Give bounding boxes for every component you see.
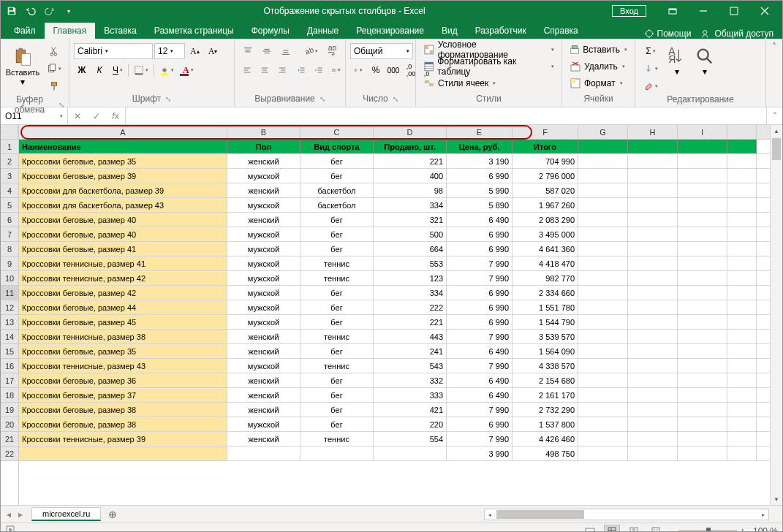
cell[interactable] <box>578 330 628 343</box>
cell[interactable]: 587 020 <box>512 183 578 197</box>
row-header[interactable]: 11 <box>1 286 18 300</box>
cell[interactable]: бег <box>300 344 374 358</box>
cell[interactable] <box>628 432 678 446</box>
clear-icon[interactable]: ▾ <box>640 78 662 94</box>
cell[interactable] <box>678 330 727 343</box>
save-icon[interactable] <box>4 3 20 19</box>
cell[interactable]: Кроссовки беговые, размер 35 <box>19 344 227 358</box>
decrease-indent-icon[interactable] <box>293 62 309 78</box>
cell[interactable] <box>678 213 727 227</box>
cell[interactable]: 4 641 360 <box>512 242 578 256</box>
cell[interactable] <box>678 432 727 446</box>
column-header[interactable]: C <box>300 125 374 139</box>
cell[interactable] <box>578 227 628 241</box>
row-header[interactable]: 15 <box>1 344 18 359</box>
column-header[interactable]: G <box>578 125 628 139</box>
row-header[interactable]: 17 <box>1 373 18 388</box>
column-header[interactable]: E <box>447 125 512 139</box>
cell[interactable]: 1 564 090 <box>512 344 578 358</box>
bold-icon[interactable]: Ж <box>74 62 90 78</box>
cell[interactable] <box>727 140 757 153</box>
hscroll-thumb[interactable] <box>496 510 584 519</box>
cell[interactable]: мужской <box>227 271 300 285</box>
row-header[interactable]: 20 <box>1 417 18 432</box>
cell[interactable] <box>628 446 678 460</box>
cell[interactable]: 5 990 <box>447 183 512 197</box>
font-size-combo[interactable]: 12▾ <box>154 43 185 59</box>
maximize-icon[interactable] <box>719 2 749 20</box>
cell[interactable]: 6 990 <box>447 242 512 256</box>
percent-format-icon[interactable]: % <box>368 62 384 78</box>
align-top-icon[interactable] <box>239 43 257 59</box>
row-header[interactable]: 6 <box>1 213 18 227</box>
cell[interactable]: 982 770 <box>512 271 578 285</box>
cell[interactable]: Кроссовки беговые, размер 40 <box>19 213 227 227</box>
increase-indent-icon[interactable] <box>311 62 327 78</box>
cell[interactable] <box>678 373 727 387</box>
row-header[interactable]: 2 <box>1 154 18 169</box>
row-header[interactable]: 4 <box>1 183 18 198</box>
cell[interactable]: 5 890 <box>447 198 512 212</box>
close-icon[interactable] <box>750 2 779 20</box>
cell[interactable]: 7 990 <box>447 432 512 446</box>
cell[interactable] <box>628 330 678 343</box>
cell[interactable] <box>628 300 678 314</box>
row-header[interactable]: 1 <box>1 140 18 154</box>
cell[interactable]: Кроссовки беговые, размер 42 <box>19 286 227 300</box>
cell[interactable]: женский <box>227 183 300 197</box>
cell[interactable]: 6 490 <box>447 344 512 358</box>
cell[interactable] <box>678 242 727 256</box>
cell[interactable]: баскетбол <box>300 183 374 197</box>
cell[interactable] <box>578 286 628 300</box>
cell[interactable]: Кроссовки беговые, размер 37 <box>19 388 227 402</box>
cell[interactable] <box>727 359 757 373</box>
cell[interactable] <box>678 388 727 402</box>
cell[interactable]: Кроссовки теннисные, размер 38 <box>19 330 227 343</box>
zoom-in-icon[interactable]: + <box>740 525 746 533</box>
cell[interactable]: Кроссовки беговые, размер 38 <box>19 403 227 417</box>
cell[interactable] <box>678 169 727 183</box>
cell[interactable] <box>578 213 628 227</box>
cell[interactable] <box>578 198 628 212</box>
redo-icon[interactable] <box>42 3 58 19</box>
conditional-formatting-button[interactable]: Условное форматирование▾ <box>420 42 557 58</box>
cell[interactable]: женский <box>227 330 300 343</box>
cell[interactable] <box>678 344 727 358</box>
cell[interactable]: 554 <box>374 432 447 446</box>
cell[interactable]: 6 490 <box>447 388 512 402</box>
cell[interactable] <box>727 271 757 285</box>
cell[interactable]: 498 750 <box>512 446 578 460</box>
cell[interactable]: Кроссовки беговые, размер 35 <box>19 154 227 168</box>
row-header[interactable]: 14 <box>1 330 18 344</box>
cell[interactable] <box>678 271 727 285</box>
cell[interactable]: теннис <box>300 432 374 446</box>
cell[interactable]: Кроссовки теннисные, размер 39 <box>19 432 227 446</box>
cell[interactable] <box>628 417 678 431</box>
cell[interactable] <box>628 359 678 373</box>
cell[interactable] <box>628 227 678 241</box>
cell[interactable] <box>578 446 628 460</box>
qat-customize-icon[interactable]: ▾ <box>61 3 77 19</box>
column-header[interactable]: I <box>678 125 727 139</box>
column-header[interactable] <box>727 125 757 139</box>
row-header[interactable]: 21 <box>1 432 18 446</box>
cell[interactable] <box>678 315 727 329</box>
cell[interactable]: теннис <box>300 256 374 270</box>
zoom-level[interactable]: 100 % <box>749 526 778 533</box>
cell[interactable]: мужской <box>227 256 300 270</box>
cell[interactable] <box>628 315 678 329</box>
tab-file[interactable]: Файл <box>5 23 45 39</box>
cell[interactable]: бег <box>300 300 374 314</box>
zoom-slider[interactable] <box>678 530 737 533</box>
tab-developer[interactable]: Разработчик <box>466 23 535 39</box>
cell[interactable] <box>678 198 727 212</box>
merge-center-icon[interactable]: ▾ <box>328 62 344 78</box>
cell[interactable]: 4 426 460 <box>512 432 578 446</box>
minimize-icon[interactable] <box>689 2 718 20</box>
align-left-icon[interactable] <box>239 62 255 78</box>
column-header[interactable]: B <box>227 125 300 139</box>
font-launcher-icon[interactable]: ⤡ <box>165 95 171 103</box>
cell[interactable] <box>678 256 727 270</box>
cell[interactable]: 2 083 290 <box>512 213 578 227</box>
cell[interactable]: Кроссовки беговые, размер 45 <box>19 315 227 329</box>
